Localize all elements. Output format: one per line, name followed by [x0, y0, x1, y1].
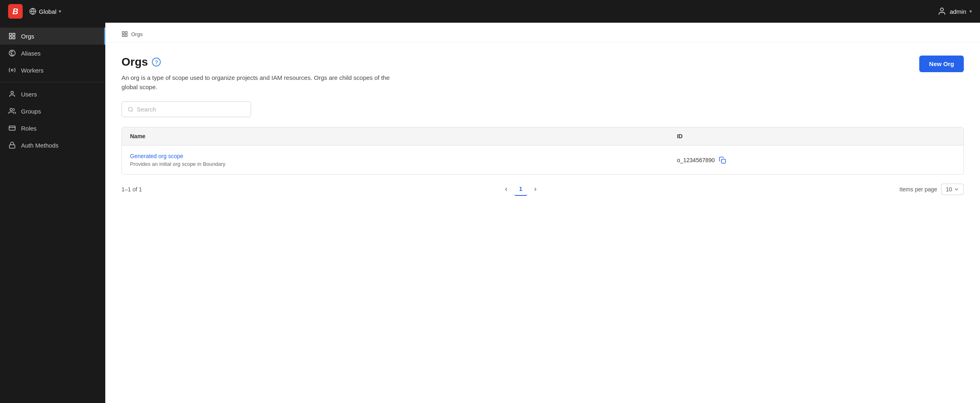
table-header-row: Name ID	[122, 127, 963, 146]
org-id-value: o_1234567890	[677, 157, 715, 163]
help-icon[interactable]: ?	[152, 58, 161, 66]
sidebar: Orgs Aliases Workers Users Groups	[0, 23, 105, 403]
sidebar-item-auth-methods-label: Auth Methods	[21, 142, 59, 149]
top-nav: B Global ▾ admin ▾	[0, 0, 980, 23]
page-title: Orgs ?	[121, 56, 405, 69]
next-page-button[interactable]	[529, 183, 542, 196]
aliases-icon	[8, 49, 16, 57]
id-cell-content: o_1234567890	[677, 156, 955, 164]
search-icon	[128, 106, 134, 113]
sidebar-item-roles[interactable]: Roles	[0, 120, 105, 137]
global-label: Global	[39, 8, 56, 15]
sidebar-item-aliases-label: Aliases	[21, 50, 40, 57]
page-header-left: Orgs ? An org is a type of scope used to…	[121, 56, 405, 92]
search-input-wrap	[121, 101, 251, 117]
svg-rect-17	[125, 34, 127, 36]
svg-point-18	[128, 107, 132, 111]
workers-icon	[8, 66, 16, 74]
svg-rect-20	[722, 159, 726, 163]
top-nav-left: B Global ▾	[8, 4, 61, 19]
user-menu[interactable]: admin ▾	[937, 7, 972, 16]
svg-rect-11	[9, 126, 15, 131]
sidebar-item-roles-label: Roles	[21, 125, 36, 132]
svg-point-2	[940, 8, 943, 11]
users-icon	[8, 90, 16, 98]
items-per-page-select[interactable]: 10	[941, 184, 964, 195]
table-head: Name ID	[122, 127, 963, 146]
svg-line-19	[132, 110, 133, 111]
svg-rect-15	[125, 32, 127, 34]
table-container: Name ID Generated org scope Provides an …	[121, 127, 964, 175]
column-name: Name	[122, 127, 669, 146]
sidebar-item-users[interactable]: Users	[0, 86, 105, 103]
new-org-button[interactable]: New Org	[919, 56, 964, 72]
svg-rect-16	[122, 34, 124, 36]
auth-methods-icon	[8, 141, 16, 149]
page-title-text: Orgs	[121, 56, 148, 69]
items-per-page: Items per page 10	[899, 184, 964, 195]
svg-point-8	[11, 69, 13, 71]
sidebar-item-workers[interactable]: Workers	[0, 62, 105, 79]
user-icon	[937, 7, 946, 16]
page-header: Orgs ? An org is a type of scope used to…	[121, 56, 964, 92]
orgs-table: Name ID Generated org scope Provides an …	[122, 127, 963, 174]
svg-point-10	[10, 108, 13, 111]
search-container	[121, 101, 964, 117]
sidebar-item-groups-label: Groups	[21, 108, 41, 115]
svg-point-9	[11, 91, 13, 94]
global-chevron: ▾	[59, 9, 61, 14]
svg-rect-4	[13, 33, 15, 35]
sidebar-item-orgs-label: Orgs	[21, 33, 34, 40]
breadcrumb-icon	[121, 31, 128, 37]
prev-page-button[interactable]	[500, 183, 513, 196]
items-per-page-label: Items per page	[899, 186, 937, 193]
sidebar-item-groups[interactable]: Groups	[0, 103, 105, 120]
copy-id-button[interactable]	[719, 156, 726, 164]
search-input[interactable]	[137, 106, 245, 113]
pagination-summary: 1–1 of 1	[121, 186, 142, 193]
main-content: Orgs Orgs ? An org is a type of scope us…	[105, 23, 980, 403]
global-selector[interactable]: Global ▾	[29, 8, 61, 15]
org-name-link[interactable]: Generated org scope	[130, 153, 661, 159]
org-id-cell: o_1234567890	[669, 146, 963, 175]
user-name: admin	[950, 8, 966, 15]
pagination: 1–1 of 1 1 Items per page 10	[121, 175, 964, 196]
sidebar-item-aliases[interactable]: Aliases	[0, 45, 105, 62]
sidebar-item-users-label: Users	[21, 91, 37, 98]
page-content: Orgs ? An org is a type of scope used to…	[105, 43, 980, 403]
org-description: Provides an initial org scope in Boundar…	[130, 161, 226, 167]
table-row: Generated org scope Provides an initial …	[122, 146, 963, 175]
pagination-controls: 1	[500, 183, 542, 196]
svg-rect-5	[9, 37, 11, 39]
groups-icon	[8, 107, 16, 115]
page-1-button[interactable]: 1	[514, 183, 527, 196]
svg-rect-13	[9, 145, 15, 148]
page-description: An org is a type of scope used to organi…	[121, 73, 405, 92]
layout: Orgs Aliases Workers Users Groups	[0, 23, 980, 403]
breadcrumb: Orgs	[105, 23, 980, 43]
table-body: Generated org scope Provides an initial …	[122, 146, 963, 175]
items-per-page-chevron	[954, 186, 959, 192]
svg-rect-3	[9, 33, 11, 35]
svg-rect-6	[13, 37, 15, 39]
sidebar-item-workers-label: Workers	[21, 67, 44, 74]
roles-icon	[8, 124, 16, 132]
org-name-cell: Generated org scope Provides an initial …	[122, 146, 669, 175]
app-logo: B	[8, 4, 23, 19]
svg-rect-14	[122, 32, 124, 34]
sidebar-item-auth-methods[interactable]: Auth Methods	[0, 137, 105, 154]
sidebar-item-orgs[interactable]: Orgs	[0, 28, 105, 45]
breadcrumb-label: Orgs	[131, 31, 143, 37]
orgs-icon	[8, 32, 16, 40]
globe-icon	[29, 8, 36, 15]
sidebar-divider	[0, 82, 105, 82]
items-per-page-value: 10	[946, 186, 952, 193]
column-id: ID	[669, 127, 963, 146]
user-chevron: ▾	[969, 9, 972, 14]
